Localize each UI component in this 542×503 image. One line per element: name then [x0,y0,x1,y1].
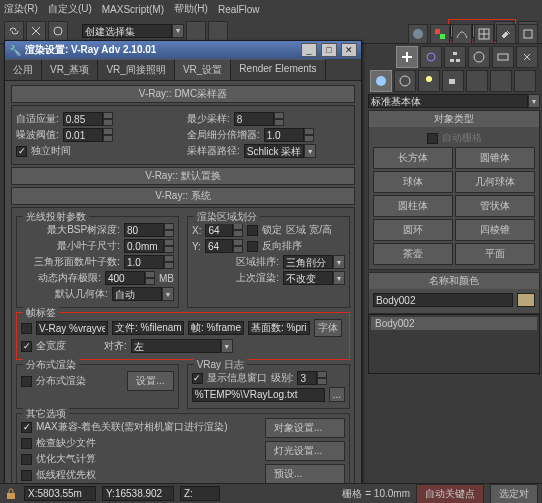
motion-tab-icon[interactable] [468,46,490,68]
geometry-cat-icon[interactable] [370,70,392,92]
autokey-button[interactable]: 自动关键点 [416,484,484,504]
object-settings-button[interactable]: 对象设置... [265,418,345,438]
frame-align-dropdown[interactable]: 左▼ [131,339,233,353]
misc-low-priority-checkbox[interactable] [21,470,32,481]
display-tab-icon[interactable] [492,46,514,68]
tab-vr-basic[interactable]: VR_基项 [42,59,98,80]
object-type-rollout[interactable]: 对象类型 [369,111,539,127]
util-grid-icon[interactable] [474,24,494,44]
prim-pyramid[interactable]: 四棱锥 [455,219,535,241]
modify-tab-icon[interactable] [420,46,442,68]
maximize-button[interactable]: □ [321,43,337,57]
prim-torus[interactable]: 圆环 [373,219,453,241]
primitive-type-dropdown[interactable]: 标准基本体▼ [368,94,540,108]
tab-vr-indirect[interactable]: VR_间接照明 [98,59,174,80]
tab-vr-settings[interactable]: VR_设置 [175,59,231,80]
name-color-rollout[interactable]: 名称和颜色 [369,273,539,289]
noise-spinner[interactable] [63,128,113,142]
object-color-swatch[interactable] [517,293,535,307]
independent-time-checkbox[interactable]: ✓ [16,146,27,157]
frame-text4[interactable] [248,321,310,335]
tool-unlink-icon[interactable] [26,21,46,41]
region-x-spinner[interactable] [205,223,243,237]
shapes-cat-icon[interactable] [394,70,416,92]
vraylog-show-checkbox[interactable]: ✓ [192,373,203,384]
sampler-path-dropdown[interactable]: Schlick 采样▼ [244,144,316,158]
object-list[interactable]: Body002 [368,314,540,374]
tool-extra1-icon[interactable] [186,21,206,41]
minimize-button[interactable]: _ [301,43,317,57]
util-curve-icon[interactable] [452,24,472,44]
menu-render[interactable]: 渲染(R) [4,2,38,16]
prim-teapot[interactable]: 茶壶 [373,243,453,265]
dialog-titlebar[interactable]: 🔧 渲染设置: V-Ray Adv 2.10.01 _ □ ✕ [5,41,361,59]
light-settings-button[interactable]: 灯光设置... [265,441,345,461]
tool-extra2-icon[interactable] [208,21,228,41]
object-name-input[interactable] [373,293,513,307]
systems-cat-icon[interactable] [514,70,536,92]
util-ball-icon[interactable] [408,24,428,44]
distributed-checkbox[interactable] [21,376,32,387]
presets-button[interactable]: 预设... [265,464,345,484]
tab-render-elements[interactable]: Render Elements [231,59,325,80]
menu-custom[interactable]: 自定义(U) [48,2,92,16]
utilities-tab-icon[interactable] [516,46,538,68]
menu-realflow[interactable]: RealFlow [218,4,260,15]
selection-set-dropdown[interactable]: 创建选择集▼ [82,24,184,38]
geom-dropdown[interactable]: 自动▼ [112,287,174,301]
close-button[interactable]: ✕ [341,43,357,57]
distributed-settings-button[interactable]: 设置... [127,371,173,391]
minsamp-spinner[interactable] [234,112,284,126]
face-spinner[interactable] [124,255,174,269]
misc-check-missing-checkbox[interactable] [21,438,32,449]
tab-common[interactable]: 公用 [5,59,42,80]
region-y-spinner[interactable] [205,239,243,253]
prim-plane[interactable]: 平面 [455,243,535,265]
region-reverse-checkbox[interactable] [247,241,258,252]
region-div-dropdown[interactable]: 三角剖分▼ [283,255,345,269]
prim-sphere[interactable]: 球体 [373,171,453,193]
rollout-system[interactable]: V-Ray:: 系统 [11,187,355,205]
prim-tube[interactable]: 管状体 [455,195,535,217]
misc-maxcompat-checkbox[interactable]: ✓ [21,422,32,433]
frame-text3[interactable] [188,321,244,335]
region-prev-dropdown[interactable]: 不改变▼ [283,271,345,285]
region-lock-checkbox[interactable] [247,225,258,236]
menu-help[interactable]: 帮助(H) [174,2,208,16]
maxbsp-spinner[interactable] [124,223,174,237]
coord-y-input[interactable] [102,486,174,501]
vraylog-path-input[interactable] [192,388,325,402]
lights-cat-icon[interactable] [418,70,440,92]
create-tab-icon[interactable] [396,46,418,68]
selection-lock-button[interactable]: 选定对 [490,484,538,504]
cameras-cat-icon[interactable] [442,70,464,92]
frame-text2[interactable] [112,321,184,335]
rollout-default-displacement[interactable]: V-Ray:: 默认置换 [11,167,355,185]
list-item[interactable]: Body002 [371,317,537,330]
util-script-icon[interactable] [518,24,538,44]
helpers-cat-icon[interactable] [466,70,488,92]
coord-z-input[interactable] [180,486,220,501]
hierarchy-tab-icon[interactable] [444,46,466,68]
prim-box[interactable]: 长方体 [373,147,453,169]
frame-vray-checkbox[interactable] [21,323,32,334]
frame-font-button[interactable]: 字体 [314,319,342,337]
minleaf-spinner[interactable] [124,239,174,253]
adapt-spinner[interactable] [63,112,113,126]
vraylog-browse-button[interactable]: ... [329,387,345,402]
prim-cylinder[interactable]: 圆柱体 [373,195,453,217]
mem-spinner[interactable] [105,271,155,285]
util-color-icon[interactable] [430,24,450,44]
tool-bind-icon[interactable] [48,21,68,41]
prim-geosphere[interactable]: 几何球体 [455,171,535,193]
globalmult-spinner[interactable] [264,128,314,142]
tool-link-icon[interactable] [4,21,24,41]
util-hammer-icon[interactable] [496,24,516,44]
coord-x-input[interactable] [24,486,96,501]
frame-fullwidth-checkbox[interactable]: ✓ [21,341,32,352]
rollout-dmc[interactable]: V-Ray:: DMC采样器 [11,85,355,103]
vraylog-level-spinner[interactable] [297,371,327,385]
menu-maxscript[interactable]: MAXScript(M) [102,4,164,15]
misc-optimize-atm-checkbox[interactable] [21,454,32,465]
prim-cone[interactable]: 圆锥体 [455,147,535,169]
